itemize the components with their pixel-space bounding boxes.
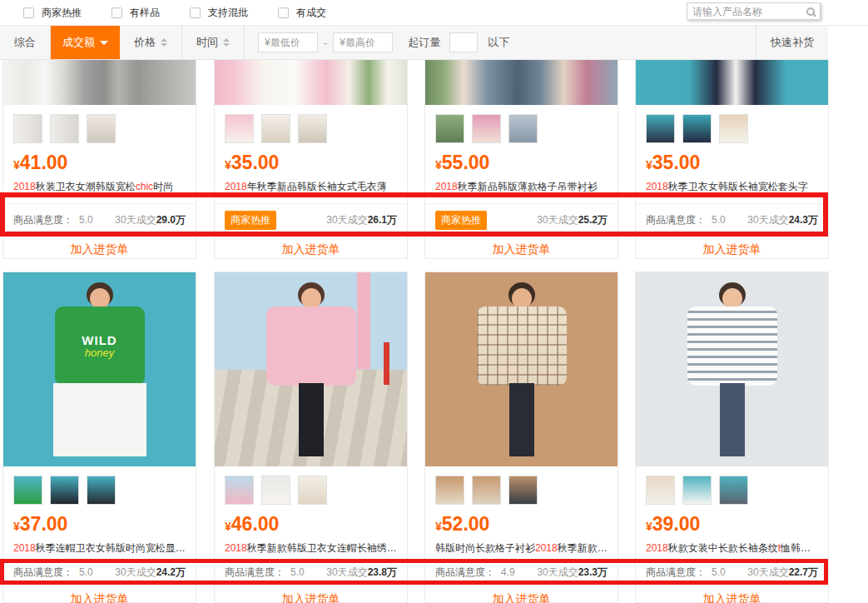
product-card[interactable]: ¥52.00 韩版时尚长款格子衬衫2018秋季新款… 商品满意度：4.9 30天… xyxy=(424,272,618,603)
sales-volume: 30天成交22.7万 xyxy=(747,566,818,580)
product-search-box[interactable] xyxy=(687,2,821,20)
checkbox-label[interactable]: 有成交 xyxy=(296,6,326,20)
checkbox-label[interactable]: 有样品 xyxy=(130,6,160,20)
thumbnail[interactable] xyxy=(225,114,254,143)
thumbnail[interactable] xyxy=(435,476,464,505)
thumbnail[interactable] xyxy=(508,114,538,143)
satisfaction-value: 5.0 xyxy=(712,566,726,578)
checkbox-mixed-batch[interactable]: 支持混批 xyxy=(190,6,248,20)
volume-label: 30天成交 xyxy=(537,566,578,578)
thumbnail[interactable] xyxy=(261,476,290,505)
checkbox-merchant-hot[interactable]: 商家热推 xyxy=(23,6,82,20)
product-title[interactable]: 2018秋季新款韩版卫衣女连帽长袖绣… xyxy=(225,541,397,555)
sort-time[interactable]: 时间 xyxy=(182,26,245,59)
product-image[interactable] xyxy=(636,60,828,105)
product-title[interactable]: 2018秋款女装中长款长袖条纹t恤韩… xyxy=(646,541,818,555)
thumbnail[interactable] xyxy=(87,476,116,505)
product-card[interactable]: ¥55.00 2018秋季新品韩版薄款格子吊带衬衫 商家热推 商品满意度： 30… xyxy=(424,60,618,259)
product-card[interactable]: ¥41.00 2018秋装卫衣女潮韩版宽松chic时尚 商品满意度：5.0 30… xyxy=(2,60,196,259)
satisfaction-value: 5.0 xyxy=(79,566,93,578)
thumbnail[interactable] xyxy=(50,476,79,505)
product-image[interactable] xyxy=(425,272,618,466)
chevron-down-icon xyxy=(100,41,108,49)
checkbox-icon[interactable] xyxy=(23,7,34,18)
checkbox-has-deals[interactable]: 有成交 xyxy=(278,6,326,20)
thumbnail[interactable] xyxy=(298,476,327,505)
thumbnail[interactable] xyxy=(682,114,712,143)
product-title[interactable]: 2018秋装卫衣女潮韩版宽松chic时尚 xyxy=(13,180,186,193)
max-price-input[interactable] xyxy=(333,32,393,52)
satisfaction-value: 5.0 xyxy=(290,566,305,578)
product-stats-row: 商品满意度：5.0 30天成交24.2万 xyxy=(3,561,196,583)
thumbnail[interactable] xyxy=(682,476,712,505)
search-input[interactable] xyxy=(692,6,806,17)
sort-arrows-icon xyxy=(223,35,230,50)
product-card[interactable]: ¥35.00 2018年秋季新品韩版长袖女式毛衣薄 商家热推 商品满意度： 30… xyxy=(214,60,408,259)
add-to-cart-button[interactable]: 加入进货单 xyxy=(636,592,828,603)
thumbnail[interactable] xyxy=(261,114,290,143)
thumbnail[interactable] xyxy=(13,476,42,505)
thumbnail[interactable] xyxy=(435,114,464,143)
price-value: 55.00 xyxy=(442,152,490,173)
sort-volume-active-tab[interactable]: 成交额 xyxy=(51,26,120,59)
thumbnail[interactable] xyxy=(719,114,748,143)
thumbnail[interactable] xyxy=(87,114,116,143)
product-image[interactable] xyxy=(3,60,196,105)
checkbox-icon[interactable] xyxy=(190,7,201,18)
product-card[interactable]: ¥46.00 2018秋季新款韩版卫衣女连帽长袖绣… 商品满意度：5.0 30天… xyxy=(214,272,408,603)
checkbox-label[interactable]: 支持混批 xyxy=(208,6,248,20)
product-stats-row: 商品满意度：5.0 30天成交29.0万 xyxy=(3,203,196,236)
sales-volume: 30天成交29.0万 xyxy=(115,213,186,227)
checkbox-icon[interactable] xyxy=(112,7,122,18)
satisfaction-label: 商品满意度： xyxy=(646,566,706,578)
min-order-input[interactable] xyxy=(449,32,478,52)
thumbnail[interactable] xyxy=(646,476,675,505)
price-value: 41.00 xyxy=(20,152,68,173)
price-value: 52.00 xyxy=(442,513,490,535)
thumbnail[interactable] xyxy=(719,476,748,505)
product-title[interactable]: 2018年秋季新品韩版长袖女式毛衣薄 xyxy=(225,180,397,193)
product-card[interactable]: WILDhoney ¥37.00 2018秋季连帽卫衣女韩版时尚宽松显… 商品满… xyxy=(2,272,196,603)
product-image[interactable] xyxy=(425,60,618,105)
thumbnail[interactable] xyxy=(646,114,675,143)
min-price-input[interactable] xyxy=(258,32,318,52)
sort-comprehensive[interactable]: 综合 xyxy=(0,26,51,59)
product-card[interactable]: ¥39.00 2018秋款女装中长款长袖条纹t恤韩… 商品满意度：5.0 30天… xyxy=(635,272,829,603)
thumbnail[interactable] xyxy=(50,114,79,143)
checkbox-label[interactable]: 商家热推 xyxy=(42,6,82,20)
product-price: ¥37.00 xyxy=(13,515,186,534)
product-card[interactable]: ¥35.00 2018秋季卫衣女韩版长袖宽松套头字 商品满意度：5.0 30天成… xyxy=(635,60,829,259)
add-to-cart-button[interactable]: 加入进货单 xyxy=(3,242,196,257)
search-icon[interactable] xyxy=(806,7,815,16)
add-to-cart-button[interactable]: 加入进货单 xyxy=(636,242,828,257)
volume-label: 30天成交 xyxy=(115,566,156,578)
satisfaction-value: 4.9 xyxy=(501,566,515,578)
top-filter-bar: 商家热推 有样品 支持混批 有成交 xyxy=(0,0,868,26)
volume-value: 24.2 xyxy=(156,566,176,578)
product-title[interactable]: 2018秋季新品韩版薄款格子吊带衬衫 xyxy=(435,180,608,193)
thumbnail[interactable] xyxy=(298,114,327,143)
thumbnail[interactable] xyxy=(472,476,501,505)
add-to-cart-button[interactable]: 加入进货单 xyxy=(215,592,407,603)
product-image[interactable] xyxy=(215,60,407,105)
add-to-cart-button[interactable]: 加入进货单 xyxy=(425,242,618,257)
add-to-cart-button[interactable]: 加入进货单 xyxy=(425,592,618,603)
product-image[interactable]: WILDhoney xyxy=(3,272,196,466)
product-title[interactable]: 2018秋季卫衣女韩版长袖宽松套头字 xyxy=(646,180,818,193)
satisfaction-label: 商品满意度： xyxy=(13,566,73,578)
thumbnail[interactable] xyxy=(472,114,501,143)
product-image[interactable] xyxy=(215,272,407,466)
range-dash: - xyxy=(324,37,327,49)
checkbox-has-sample[interactable]: 有样品 xyxy=(112,6,160,20)
thumbnail[interactable] xyxy=(13,114,42,143)
add-to-cart-button[interactable]: 加入进货单 xyxy=(215,242,407,257)
thumbnail[interactable] xyxy=(225,476,254,505)
thumbnail[interactable] xyxy=(508,476,538,505)
add-to-cart-button[interactable]: 加入进货单 xyxy=(3,592,196,603)
sort-price[interactable]: 价格 xyxy=(120,26,182,59)
product-title[interactable]: 2018秋季连帽卫衣女韩版时尚宽松显… xyxy=(13,541,186,555)
quick-restock-button[interactable]: 快速补货 xyxy=(756,26,828,59)
checkbox-icon[interactable] xyxy=(278,7,289,18)
product-title[interactable]: 韩版时尚长款格子衬衫2018秋季新款… xyxy=(435,541,608,555)
product-image[interactable] xyxy=(636,272,828,466)
